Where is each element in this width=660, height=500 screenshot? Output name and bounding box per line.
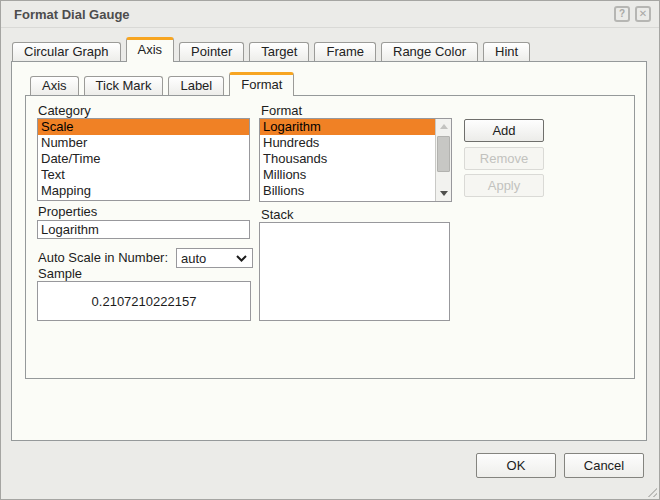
auto-scale-dropdown[interactable]: auto: [176, 248, 253, 268]
resize-grip[interactable]: [648, 488, 657, 497]
format-label: Format: [261, 103, 302, 118]
tab-range-color[interactable]: Range Color: [381, 42, 478, 61]
list-item-number[interactable]: Number: [38, 135, 249, 151]
list-item-date-time[interactable]: Date/Time: [38, 151, 249, 167]
list-item-millions[interactable]: Millions: [260, 167, 435, 183]
ok-button[interactable]: OK: [476, 453, 556, 478]
auto-scale-label: Auto Scale in Number:: [38, 250, 168, 265]
list-item-scale[interactable]: Scale: [38, 119, 249, 135]
list-item-logarithm[interactable]: Logarithm: [260, 119, 435, 135]
format-dial-gauge-dialog: Format Dial Gauge ? ✕ Circular Graph Axi…: [0, 0, 660, 500]
tab-axis[interactable]: Axis: [126, 37, 175, 62]
category-list: Scale Number Date/Time Text Mapping: [37, 118, 250, 201]
sample-label: Sample: [38, 266, 82, 281]
list-item-text[interactable]: Text: [38, 167, 249, 183]
list-item-billions[interactable]: Billions: [260, 183, 435, 199]
subtab-tick-mark[interactable]: Tick Mark: [84, 76, 164, 95]
stack-list[interactable]: [259, 222, 450, 321]
scroll-down-icon[interactable]: [436, 186, 451, 201]
format-list: Logarithm Hundreds Thousands Millions Bi…: [259, 118, 452, 202]
sub-tab-strip: Axis Tick Mark Label Format: [30, 72, 294, 95]
tab-pointer[interactable]: Pointer: [179, 42, 244, 61]
category-label: Category: [38, 103, 91, 118]
subtab-axis[interactable]: Axis: [30, 76, 79, 95]
tab-frame[interactable]: Frame: [314, 42, 376, 61]
dialog-title: Format Dial Gauge: [14, 7, 609, 22]
properties-input[interactable]: [37, 220, 250, 239]
list-item-thousands[interactable]: Thousands: [260, 151, 435, 167]
format-list-scrollbar[interactable]: [435, 119, 451, 201]
sample-value-box: 0.2107210222157: [37, 281, 251, 321]
list-item-hundreds[interactable]: Hundreds: [260, 135, 435, 151]
subtab-format[interactable]: Format: [229, 72, 294, 96]
properties-label: Properties: [38, 204, 97, 219]
tab-hint[interactable]: Hint: [483, 42, 530, 61]
subtab-label[interactable]: Label: [168, 76, 224, 95]
chevron-down-icon: [236, 255, 247, 262]
cancel-button[interactable]: Cancel: [564, 453, 644, 478]
apply-button: Apply: [464, 174, 544, 197]
remove-button: Remove: [464, 147, 544, 170]
scroll-up-icon[interactable]: [436, 119, 451, 134]
scrollbar-thumb[interactable]: [437, 136, 450, 172]
tab-circular-graph[interactable]: Circular Graph: [12, 42, 121, 61]
close-icon[interactable]: ✕: [635, 6, 651, 22]
list-item-mapping[interactable]: Mapping: [38, 183, 249, 199]
stack-label: Stack: [261, 207, 294, 222]
main-tab-strip: Circular Graph Axis Pointer Target Frame…: [12, 37, 530, 61]
auto-scale-value: auto: [181, 251, 236, 266]
tab-target[interactable]: Target: [249, 42, 309, 61]
title-bar: Format Dial Gauge ? ✕: [1, 1, 659, 28]
help-icon[interactable]: ?: [614, 6, 630, 22]
add-button[interactable]: Add: [464, 119, 544, 142]
